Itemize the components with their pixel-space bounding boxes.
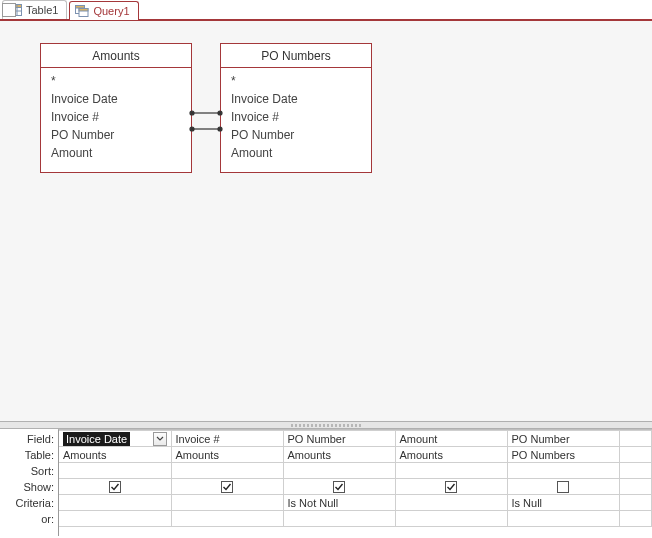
qbe-table-cell[interactable]: Amounts: [59, 447, 171, 463]
document-tabs: Table1 Query1: [0, 0, 652, 21]
field-item[interactable]: PO Number: [231, 126, 361, 144]
qbe-show-cell[interactable]: [283, 479, 395, 495]
qbe-show-cell[interactable]: [59, 479, 171, 495]
table-title: Amounts: [41, 44, 191, 68]
table-amounts[interactable]: Amounts * Invoice Date Invoice # PO Numb…: [40, 43, 192, 173]
tab-label: Table1: [26, 4, 58, 16]
qbe-table: Invoice DateInvoice #PO NumberAmountPO N…: [59, 430, 652, 527]
record-selector[interactable]: [2, 3, 16, 17]
tab-query1[interactable]: Query1: [69, 1, 138, 20]
field-item[interactable]: Amount: [231, 144, 361, 162]
qbe-criteria-cell[interactable]: Is Not Null: [283, 495, 395, 511]
row-label-field: Field:: [0, 431, 58, 447]
qbe-criteria-cell[interactable]: [619, 495, 652, 511]
qbe-or-cell[interactable]: [619, 511, 652, 527]
show-checkbox[interactable]: [557, 481, 569, 493]
qbe-field-cell[interactable]: Amount: [395, 431, 507, 447]
svg-rect-6: [76, 6, 85, 9]
qbe-field-value: Invoice Date: [63, 432, 130, 446]
svg-rect-8: [79, 9, 88, 12]
qbe-field-value: Invoice #: [176, 433, 220, 445]
qbe-table-cell[interactable]: Amounts: [171, 447, 283, 463]
show-checkbox[interactable]: [109, 481, 121, 493]
query-design-surface[interactable]: Amounts * Invoice Date Invoice # PO Numb…: [0, 21, 652, 421]
query-icon: [75, 5, 89, 17]
tab-label: Query1: [93, 5, 129, 17]
qbe-show-cell[interactable]: [395, 479, 507, 495]
show-checkbox[interactable]: [333, 481, 345, 493]
qbe-table-cell[interactable]: Amounts: [395, 447, 507, 463]
qbe-table-cell[interactable]: Amounts: [283, 447, 395, 463]
qbe-field-cell[interactable]: Invoice Date: [59, 431, 171, 447]
qbe-sort-cell[interactable]: [59, 463, 171, 479]
qbe-sort-cell[interactable]: [619, 463, 652, 479]
field-list: * Invoice Date Invoice # PO Number Amoun…: [41, 68, 191, 172]
field-item[interactable]: Invoice Date: [231, 90, 361, 108]
qbe-criteria-cell[interactable]: Is Null: [507, 495, 619, 511]
field-item[interactable]: Invoice #: [51, 108, 181, 126]
qbe-sort-cell[interactable]: [507, 463, 619, 479]
qbe-table-cell[interactable]: [619, 447, 652, 463]
design-grid-splitter[interactable]: [0, 421, 652, 429]
qbe-show-cell[interactable]: [507, 479, 619, 495]
field-item[interactable]: PO Number: [51, 126, 181, 144]
qbe-sort-cell[interactable]: [171, 463, 283, 479]
row-label-or: or:: [0, 511, 58, 527]
field-list: * Invoice Date Invoice # PO Number Amoun…: [221, 68, 371, 172]
qbe-grid: Field: Table: Sort: Show: Criteria: or: …: [0, 429, 652, 536]
field-item[interactable]: *: [51, 72, 181, 90]
qbe-field-value: PO Number: [288, 433, 346, 445]
qbe-or-cell[interactable]: [395, 511, 507, 527]
qbe-show-cell[interactable]: [619, 479, 652, 495]
table-title: PO Numbers: [221, 44, 371, 68]
field-item[interactable]: *: [231, 72, 361, 90]
field-item[interactable]: Amount: [51, 144, 181, 162]
qbe-field-cell[interactable]: [619, 431, 652, 447]
qbe-field-value: Amount: [400, 433, 438, 445]
dropdown-button[interactable]: [153, 432, 167, 446]
qbe-field-cell[interactable]: PO Number: [507, 431, 619, 447]
qbe-sort-cell[interactable]: [395, 463, 507, 479]
qbe-field-cell[interactable]: PO Number: [283, 431, 395, 447]
row-label-sort: Sort:: [0, 463, 58, 479]
table-ponumbers[interactable]: PO Numbers * Invoice Date Invoice # PO N…: [220, 43, 372, 173]
row-label-criteria: Criteria:: [0, 495, 58, 511]
qbe-field-cell[interactable]: Invoice #: [171, 431, 283, 447]
qbe-or-cell[interactable]: [171, 511, 283, 527]
qbe-or-cell[interactable]: [507, 511, 619, 527]
qbe-or-cell[interactable]: [283, 511, 395, 527]
field-item[interactable]: Invoice #: [231, 108, 361, 126]
qbe-criteria-cell[interactable]: [171, 495, 283, 511]
qbe-criteria-cell[interactable]: [59, 495, 171, 511]
qbe-or-cell[interactable]: [59, 511, 171, 527]
qbe-criteria-cell[interactable]: [395, 495, 507, 511]
show-checkbox[interactable]: [445, 481, 457, 493]
show-checkbox[interactable]: [221, 481, 233, 493]
qbe-row-labels: Field: Table: Sort: Show: Criteria: or:: [0, 429, 58, 536]
qbe-field-value: PO Number: [512, 433, 570, 445]
qbe-sort-cell[interactable]: [283, 463, 395, 479]
row-label-show: Show:: [0, 479, 58, 495]
row-label-table: Table:: [0, 447, 58, 463]
field-item[interactable]: Invoice Date: [51, 90, 181, 108]
qbe-table-cell[interactable]: PO Numbers: [507, 447, 619, 463]
qbe-show-cell[interactable]: [171, 479, 283, 495]
